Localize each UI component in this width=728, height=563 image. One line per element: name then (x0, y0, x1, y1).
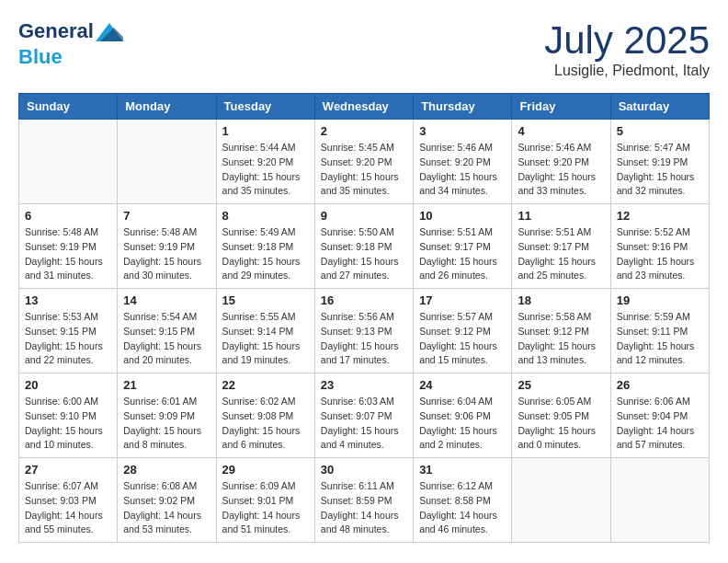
day-info: Sunrise: 6:09 AM Sunset: 9:01 PM Dayligh… (222, 479, 309, 537)
calendar-cell: 19Sunrise: 5:59 AM Sunset: 9:11 PM Dayli… (610, 289, 709, 373)
day-number: 16 (321, 293, 407, 307)
day-number: 5 (617, 124, 703, 138)
calendar-cell: 11Sunrise: 5:51 AM Sunset: 9:17 PM Dayli… (512, 204, 610, 289)
day-number: 9 (321, 209, 407, 223)
day-info: Sunrise: 5:56 AM Sunset: 9:13 PM Dayligh… (321, 310, 407, 368)
weekday-header-tuesday: Tuesday (216, 94, 314, 120)
calendar-cell: 9Sunrise: 5:50 AM Sunset: 9:18 PM Daylig… (314, 204, 413, 289)
weekday-header-wednesday: Wednesday (314, 94, 413, 120)
calendar-cell: 4Sunrise: 5:46 AM Sunset: 9:20 PM Daylig… (512, 120, 610, 204)
day-number: 23 (321, 378, 407, 392)
calendar-cell: 2Sunrise: 5:45 AM Sunset: 9:20 PM Daylig… (314, 120, 413, 204)
day-info: Sunrise: 5:51 AM Sunset: 9:17 PM Dayligh… (419, 225, 506, 283)
day-number: 4 (518, 124, 604, 138)
calendar-cell (610, 458, 709, 543)
calendar-cell: 1Sunrise: 5:44 AM Sunset: 9:20 PM Daylig… (216, 120, 314, 204)
day-number: 13 (25, 293, 111, 307)
day-number: 14 (123, 293, 210, 307)
day-info: Sunrise: 5:48 AM Sunset: 9:19 PM Dayligh… (25, 225, 111, 283)
calendar-cell: 12Sunrise: 5:52 AM Sunset: 9:16 PM Dayli… (610, 204, 709, 289)
calendar-cell (118, 120, 216, 204)
location-subtitle: Lusiglie, Piedmont, Italy (544, 63, 710, 79)
day-info: Sunrise: 5:44 AM Sunset: 9:20 PM Dayligh… (222, 141, 309, 199)
calendar-week-4: 20Sunrise: 6:00 AM Sunset: 9:10 PM Dayli… (19, 373, 710, 458)
month-title: July 2025 (544, 18, 710, 63)
calendar-cell: 10Sunrise: 5:51 AM Sunset: 9:17 PM Dayli… (414, 204, 512, 289)
day-number: 11 (518, 209, 604, 223)
weekday-header-friday: Friday (512, 94, 610, 120)
day-info: Sunrise: 5:50 AM Sunset: 9:18 PM Dayligh… (321, 225, 407, 283)
calendar-cell: 7Sunrise: 5:48 AM Sunset: 9:19 PM Daylig… (118, 204, 216, 289)
day-number: 24 (419, 378, 506, 392)
day-number: 8 (222, 209, 309, 223)
calendar-cell: 30Sunrise: 6:11 AM Sunset: 8:59 PM Dayli… (314, 458, 413, 543)
day-number: 6 (25, 209, 111, 223)
calendar-cell: 22Sunrise: 6:02 AM Sunset: 9:08 PM Dayli… (216, 373, 314, 458)
day-number: 2 (321, 124, 407, 138)
day-number: 10 (419, 209, 506, 223)
day-number: 1 (222, 124, 309, 138)
day-number: 30 (321, 463, 407, 477)
day-info: Sunrise: 5:47 AM Sunset: 9:19 PM Dayligh… (617, 141, 703, 199)
day-number: 29 (222, 463, 309, 477)
calendar-cell: 16Sunrise: 5:56 AM Sunset: 9:13 PM Dayli… (314, 289, 413, 373)
calendar-cell: 15Sunrise: 5:55 AM Sunset: 9:14 PM Dayli… (216, 289, 314, 373)
logo-text: General Blue (18, 18, 123, 68)
day-info: Sunrise: 6:05 AM Sunset: 9:05 PM Dayligh… (518, 395, 604, 453)
day-info: Sunrise: 5:46 AM Sunset: 9:20 PM Dayligh… (419, 141, 506, 199)
calendar-week-5: 27Sunrise: 6:07 AM Sunset: 9:03 PM Dayli… (19, 458, 710, 543)
day-info: Sunrise: 5:49 AM Sunset: 9:18 PM Dayligh… (222, 225, 309, 283)
calendar-cell: 14Sunrise: 5:54 AM Sunset: 9:15 PM Dayli… (118, 289, 216, 373)
calendar-cell: 13Sunrise: 5:53 AM Sunset: 9:15 PM Dayli… (19, 289, 118, 373)
day-number: 19 (617, 293, 703, 307)
day-number: 28 (123, 463, 210, 477)
calendar-table: SundayMondayTuesdayWednesdayThursdayFrid… (18, 93, 710, 543)
day-number: 3 (419, 124, 506, 138)
logo-blue: Blue (18, 45, 63, 68)
calendar-cell: 8Sunrise: 5:49 AM Sunset: 9:18 PM Daylig… (216, 204, 314, 289)
weekday-header-thursday: Thursday (414, 94, 512, 120)
day-number: 22 (222, 378, 309, 392)
day-info: Sunrise: 5:54 AM Sunset: 9:15 PM Dayligh… (123, 310, 210, 368)
day-info: Sunrise: 6:11 AM Sunset: 8:59 PM Dayligh… (321, 479, 407, 537)
calendar-cell: 6Sunrise: 5:48 AM Sunset: 9:19 PM Daylig… (19, 204, 118, 289)
day-info: Sunrise: 6:04 AM Sunset: 9:06 PM Dayligh… (419, 395, 506, 453)
logo-icon (96, 18, 123, 46)
calendar-cell: 24Sunrise: 6:04 AM Sunset: 9:06 PM Dayli… (414, 373, 512, 458)
calendar-cell: 20Sunrise: 6:00 AM Sunset: 9:10 PM Dayli… (19, 373, 118, 458)
page-header: General Blue July 2025 Lusiglie, Piedmon… (18, 18, 710, 79)
day-number: 12 (617, 209, 703, 223)
day-info: Sunrise: 6:00 AM Sunset: 9:10 PM Dayligh… (25, 395, 111, 453)
logo: General Blue (18, 18, 123, 68)
calendar-cell (19, 120, 118, 204)
day-info: Sunrise: 5:59 AM Sunset: 9:11 PM Dayligh… (617, 310, 703, 368)
day-number: 27 (25, 463, 111, 477)
weekday-header-sunday: Sunday (19, 94, 118, 120)
calendar-cell: 3Sunrise: 5:46 AM Sunset: 9:20 PM Daylig… (414, 120, 512, 204)
weekday-header-saturday: Saturday (610, 94, 709, 120)
day-info: Sunrise: 5:46 AM Sunset: 9:20 PM Dayligh… (518, 141, 604, 199)
day-number: 17 (419, 293, 506, 307)
day-info: Sunrise: 5:52 AM Sunset: 9:16 PM Dayligh… (617, 225, 703, 283)
day-number: 25 (518, 378, 604, 392)
day-info: Sunrise: 6:01 AM Sunset: 9:09 PM Dayligh… (123, 395, 210, 453)
calendar-cell: 17Sunrise: 5:57 AM Sunset: 9:12 PM Dayli… (414, 289, 512, 373)
day-number: 26 (617, 378, 703, 392)
calendar-cell: 25Sunrise: 6:05 AM Sunset: 9:05 PM Dayli… (512, 373, 610, 458)
calendar-cell: 28Sunrise: 6:08 AM Sunset: 9:02 PM Dayli… (118, 458, 216, 543)
calendar-cell: 23Sunrise: 6:03 AM Sunset: 9:07 PM Dayli… (314, 373, 413, 458)
calendar-week-3: 13Sunrise: 5:53 AM Sunset: 9:15 PM Dayli… (19, 289, 710, 373)
day-info: Sunrise: 5:53 AM Sunset: 9:15 PM Dayligh… (25, 310, 111, 368)
day-number: 15 (222, 293, 309, 307)
day-info: Sunrise: 5:48 AM Sunset: 9:19 PM Dayligh… (123, 225, 210, 283)
day-number: 18 (518, 293, 604, 307)
calendar-cell (512, 458, 610, 543)
day-info: Sunrise: 5:45 AM Sunset: 9:20 PM Dayligh… (321, 141, 407, 199)
day-info: Sunrise: 6:02 AM Sunset: 9:08 PM Dayligh… (222, 395, 309, 453)
title-block: July 2025 Lusiglie, Piedmont, Italy (544, 18, 710, 79)
day-number: 7 (123, 209, 210, 223)
day-info: Sunrise: 6:03 AM Sunset: 9:07 PM Dayligh… (321, 395, 407, 453)
calendar-week-1: 1Sunrise: 5:44 AM Sunset: 9:20 PM Daylig… (19, 120, 710, 204)
day-info: Sunrise: 5:55 AM Sunset: 9:14 PM Dayligh… (222, 310, 309, 368)
calendar-cell: 27Sunrise: 6:07 AM Sunset: 9:03 PM Dayli… (19, 458, 118, 543)
